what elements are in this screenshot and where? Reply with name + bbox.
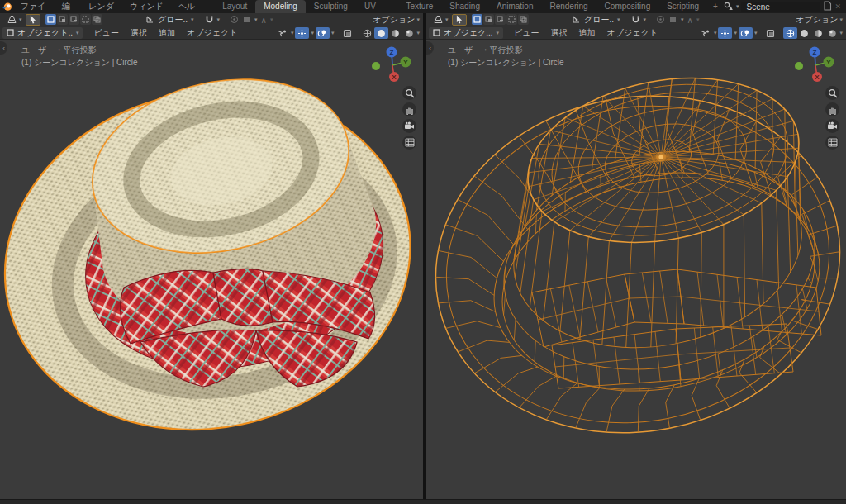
editor-type-button[interactable]: ▾ <box>3 14 26 26</box>
orientation-chevron[interactable]: ▾ <box>617 17 620 23</box>
snap-magnet-icon[interactable] <box>631 15 640 26</box>
select-mode-set-icon[interactable] <box>45 14 56 25</box>
orthographic-grid-icon[interactable] <box>825 136 839 150</box>
select-mode-invert-icon[interactable] <box>506 14 517 25</box>
menu-select[interactable]: 選択 <box>125 26 153 40</box>
select-mode-subtract-icon[interactable] <box>495 14 506 25</box>
xray-toggle-icon[interactable] <box>763 27 777 39</box>
gizmos-chevron[interactable]: ▾ <box>734 30 737 36</box>
proportional-edit-icon[interactable] <box>230 15 239 26</box>
shading-rendered-icon[interactable] <box>402 27 416 39</box>
orientation-value[interactable]: グロー.. <box>158 14 188 26</box>
shading-chevron[interactable]: ▾ <box>839 30 843 36</box>
gizmos-chevron[interactable]: ▾ <box>311 30 314 36</box>
options-chevron[interactable]: ▾ <box>839 17 843 23</box>
proportional-edit-icon[interactable] <box>656 15 665 26</box>
viewport-3d-right[interactable]: ‹ ユーザー・平行投影 (1) シーンコレクション | Circle Z Y X <box>426 40 846 499</box>
navigation-gizmo[interactable]: Z Y X <box>365 43 418 89</box>
menu-view[interactable]: ビュー <box>88 26 124 40</box>
orthographic-grid-icon[interactable] <box>402 136 416 150</box>
scene-icon[interactable] <box>724 2 734 12</box>
shading-chevron[interactable]: ▾ <box>416 30 420 36</box>
menu-select[interactable]: 選択 <box>545 26 573 40</box>
menu-window[interactable]: ウィンドウ <box>123 0 172 13</box>
snap-chevron[interactable]: ▾ <box>217 17 221 23</box>
zoom-icon[interactable] <box>402 86 416 100</box>
menu-help[interactable]: ヘルプ <box>172 0 207 13</box>
tab-compositing[interactable]: Compositing <box>596 0 659 13</box>
select-mode-extend-icon[interactable] <box>57 14 68 25</box>
snap-target-chevron[interactable]: ▾ <box>254 17 258 23</box>
pan-hand-icon[interactable] <box>402 102 416 116</box>
menu-add[interactable]: 追加 <box>153 26 181 40</box>
overlays-toggle-icon[interactable] <box>316 27 330 39</box>
active-tool-select-button[interactable] <box>26 14 40 26</box>
unlink-scene-icon[interactable]: ✕ <box>834 2 841 11</box>
overlays-chevron[interactable]: ▾ <box>754 30 758 36</box>
tab-animation[interactable]: Animation <box>488 0 541 13</box>
overlays-chevron[interactable]: ▾ <box>331 30 335 36</box>
menu-object[interactable]: オブジェクト <box>181 26 243 40</box>
snap-target-chevron[interactable]: ▾ <box>681 17 684 23</box>
new-scene-icon[interactable] <box>823 1 832 12</box>
menu-object[interactable]: オブジェクト <box>601 26 663 40</box>
overlays-toggle-icon[interactable] <box>739 27 753 39</box>
navigation-gizmo[interactable]: Z Y X <box>788 43 841 89</box>
orientation-icon[interactable] <box>145 15 154 26</box>
select-mode-invert-icon[interactable] <box>80 14 91 25</box>
tab-modeling[interactable]: Modeling <box>255 0 306 13</box>
viewport-3d-left[interactable]: ‹ ユーザー・平行投影 (1) シーンコレクション | Circle Z Y X <box>0 40 423 499</box>
orientation-chevron[interactable]: ▾ <box>191 17 194 23</box>
camera-view-icon[interactable] <box>825 119 839 133</box>
tab-layout[interactable]: Layout <box>214 0 255 13</box>
shading-solid-icon[interactable] <box>374 27 388 39</box>
select-mode-set-icon[interactable] <box>472 14 482 25</box>
menu-file[interactable]: ファイル <box>14 0 55 13</box>
select-mode-subtract-icon[interactable] <box>69 14 79 25</box>
shading-material-icon[interactable] <box>811 27 825 39</box>
menu-edit[interactable]: 編集 <box>55 0 83 13</box>
snap-magnet-icon[interactable] <box>205 15 214 26</box>
shading-wireframe-icon[interactable] <box>360 27 374 39</box>
tab-rendering[interactable]: Rendering <box>541 0 596 13</box>
scene-dropdown-chevron[interactable]: ▾ <box>736 3 739 10</box>
visibility-chevron[interactable]: ▾ <box>714 30 717 36</box>
shading-wireframe-icon[interactable] <box>783 27 797 39</box>
orientation-value[interactable]: グロー.. <box>584 14 614 26</box>
select-mode-intersect-icon[interactable] <box>518 14 529 25</box>
zoom-icon[interactable] <box>825 86 839 100</box>
falloff-chevron[interactable]: ▾ <box>696 17 700 23</box>
falloff-chevron[interactable]: ▾ <box>270 17 273 23</box>
orientation-icon[interactable] <box>572 15 581 26</box>
shading-material-icon[interactable] <box>388 27 402 39</box>
options-button[interactable]: オプション <box>373 14 415 26</box>
menu-view[interactable]: ビュー <box>508 26 544 40</box>
mode-dropdown[interactable]: オブジェク... ▾ <box>429 27 503 39</box>
active-tool-select-button[interactable] <box>452 14 467 26</box>
xray-toggle-icon[interactable] <box>340 27 354 39</box>
mode-dropdown[interactable]: オブジェクト.. ▾ <box>2 27 83 39</box>
gizmos-toggle-icon[interactable] <box>718 27 732 39</box>
snap-target-icon[interactable] <box>668 15 677 26</box>
axis-neg-y-ball[interactable] <box>372 62 380 70</box>
visibility-dropdown-icon[interactable] <box>698 27 712 39</box>
menu-add[interactable]: 追加 <box>573 26 601 40</box>
editor-type-button[interactable]: ▾ <box>430 14 452 26</box>
pan-hand-icon[interactable] <box>825 102 839 116</box>
tab-texture-paint[interactable]: Texture Paint <box>397 0 441 13</box>
select-mode-intersect-icon[interactable] <box>92 14 102 25</box>
tab-scripting[interactable]: Scripting <box>658 0 707 13</box>
visibility-dropdown-icon[interactable] <box>275 27 289 39</box>
options-chevron[interactable]: ▾ <box>416 17 420 23</box>
blender-logo-icon[interactable] <box>0 0 14 13</box>
tab-shading[interactable]: Shading <box>441 0 488 13</box>
tab-uv-editing[interactable]: UV Editing <box>356 0 398 13</box>
scene-name-field[interactable]: Scene <box>741 2 820 12</box>
gizmos-toggle-icon[interactable] <box>295 27 309 39</box>
axis-neg-y-ball[interactable] <box>795 62 803 70</box>
add-workspace-button[interactable]: + <box>707 0 724 13</box>
menu-render[interactable]: レンダー <box>82 0 123 13</box>
options-button[interactable]: オプション <box>796 14 838 26</box>
visibility-chevron[interactable]: ▾ <box>291 30 294 36</box>
tab-sculpting[interactable]: Sculpting <box>306 0 356 13</box>
